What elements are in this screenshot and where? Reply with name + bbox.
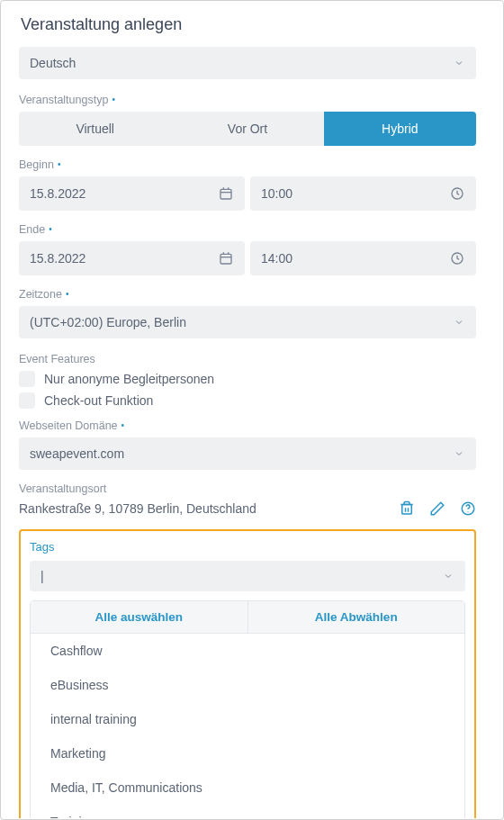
calendar-icon: [218, 250, 234, 266]
begin-label: Beginn•: [19, 158, 476, 171]
help-icon[interactable]: [460, 500, 476, 517]
tags-input[interactable]: [40, 569, 442, 583]
domain-select[interactable]: sweapevent.com: [19, 437, 476, 470]
begin-time-value: 10:00: [261, 186, 292, 201]
tag-option[interactable]: eBusiness: [31, 668, 464, 702]
tags-select[interactable]: [30, 561, 465, 591]
svg-rect-5: [220, 254, 231, 264]
tag-option[interactable]: Cashflow: [31, 634, 464, 668]
svg-rect-0: [220, 189, 231, 199]
feature-anonymous-checkbox[interactable]: [19, 371, 35, 387]
tag-option[interactable]: Marketing: [31, 736, 464, 770]
tags-select-all-button[interactable]: Alle auswählen: [31, 601, 248, 633]
language-value: Deutsch: [30, 56, 76, 70]
feature-anonymous-row: Nur anonyme Begleitpersonen: [19, 371, 476, 387]
feature-checkout-checkbox[interactable]: [19, 392, 35, 409]
clock-icon: [449, 250, 465, 266]
delete-icon[interactable]: [399, 500, 415, 517]
event-type-label: Veranstaltungstyp•: [19, 94, 476, 106]
language-select[interactable]: Deutsch: [19, 47, 476, 79]
clock-icon: [449, 185, 465, 202]
chevron-down-icon: [453, 447, 465, 460]
tags-deselect-all-button[interactable]: Alle Abwählen: [248, 601, 465, 633]
location-value: Rankestraße 9, 10789 Berlin, Deutschland: [19, 501, 256, 516]
chevron-down-icon: [453, 316, 465, 329]
event-type-segmented: Virtuell Vor Ort Hybrid: [19, 112, 476, 146]
tags-label: Tags: [30, 540, 465, 554]
features-label: Event Features: [19, 353, 476, 365]
event-type-hybrid[interactable]: Hybrid: [324, 112, 476, 146]
modal-title: Veranstaltung anlegen: [21, 15, 483, 34]
timezone-value: (UTC+02:00) Europe, Berlin: [30, 315, 186, 329]
chevron-down-icon: [442, 570, 454, 582]
create-event-modal: Veranstaltung anlegen Deutsch Veranstalt…: [0, 0, 504, 820]
end-date-input[interactable]: 15.8.2022: [19, 241, 245, 275]
tag-option[interactable]: Training: [31, 805, 464, 818]
timezone-select[interactable]: (UTC+02:00) Europe, Berlin: [19, 306, 476, 338]
tags-dropdown-panel: Alle auswählen Alle Abwählen Cashflow eB…: [30, 600, 465, 818]
timezone-label: Zeitzone•: [19, 288, 476, 301]
end-time-input[interactable]: 14:00: [250, 241, 476, 275]
domain-value: sweapevent.com: [30, 446, 124, 461]
feature-checkout-row: Check-out Funktion: [19, 392, 476, 409]
end-label: Ende•: [19, 223, 476, 236]
chevron-down-icon: [453, 57, 465, 69]
location-label: Veranstaltungsort: [19, 482, 476, 495]
svg-point-14: [467, 511, 468, 512]
tag-option[interactable]: Media, IT, Communications: [31, 770, 464, 805]
tags-section: Tags Alle auswählen Alle Abwählen Cashfl…: [19, 529, 476, 818]
edit-icon[interactable]: [429, 500, 446, 517]
calendar-icon: [218, 185, 234, 202]
end-date-value: 15.8.2022: [30, 251, 86, 266]
feature-anonymous-label: Nur anonyme Begleitpersonen: [44, 372, 214, 386]
modal-body[interactable]: Deutsch Veranstaltungstyp• Virtuell Vor …: [1, 47, 503, 818]
begin-date-input[interactable]: 15.8.2022: [19, 176, 245, 211]
domain-label: Webseiten Domäne•: [19, 419, 476, 432]
event-type-virtuell[interactable]: Virtuell: [19, 112, 171, 146]
end-time-value: 14:00: [261, 251, 292, 266]
tag-option[interactable]: internal training: [31, 702, 464, 736]
begin-time-input[interactable]: 10:00: [250, 176, 476, 211]
svg-rect-10: [402, 505, 412, 515]
feature-checkout-label: Check-out Funktion: [44, 393, 153, 408]
event-type-vor-ort[interactable]: Vor Ort: [171, 112, 323, 146]
modal-header: Veranstaltung anlegen: [1, 1, 503, 47]
begin-date-value: 15.8.2022: [30, 186, 86, 201]
